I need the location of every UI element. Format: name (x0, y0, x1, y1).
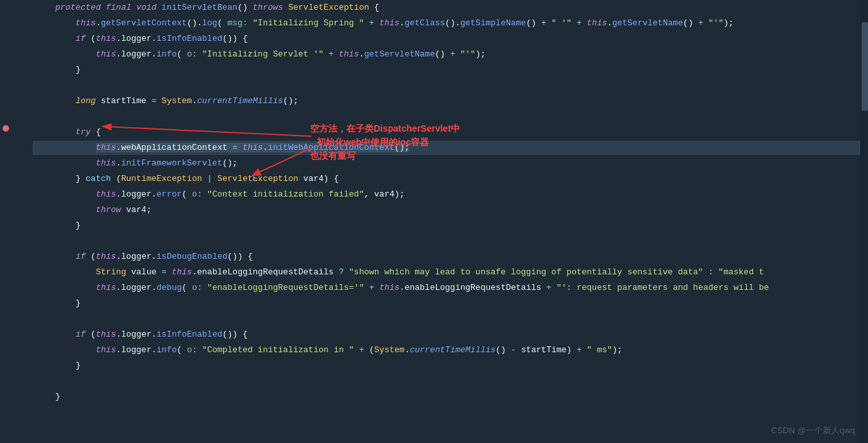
code-line-8 (0, 109, 868, 125)
code-line-7: long startTime = System.currentTimeMilli… (0, 93, 868, 109)
line-content-2: this.getServletContext().log( msg: "Init… (32, 16, 868, 30)
watermark: CSDN @一个新人qwq (771, 425, 856, 437)
scrollbar-thumb[interactable] (862, 22, 868, 111)
scrollbar[interactable] (860, 0, 868, 443)
line-content-24: } (32, 359, 868, 373)
code-line-18: String value = this.enableLoggingRequest… (0, 265, 868, 280)
line-content-5: } (32, 63, 868, 77)
code-line-5: } (0, 62, 868, 78)
line-content-20: } (32, 296, 868, 311)
line-content-6 (32, 78, 868, 93)
line-content-10: this.webApplicationContext = this.initWe… (32, 141, 868, 155)
line-content-9: try { (32, 125, 868, 139)
code-line-4: this.logger.info( o: "Initializing Servl… (0, 47, 868, 62)
code-line-21 (0, 311, 868, 327)
code-line-16 (0, 233, 868, 249)
line-content-19: this.logger.debug( o: "enableLoggingRequ… (32, 281, 868, 295)
line-content-22: if (this.logger.isInfoEnabled()) { (32, 328, 868, 342)
code-line-6 (0, 78, 868, 93)
code-line-17: if (this.logger.isDebugEnabled()) { (0, 249, 868, 265)
code-line-24: } (0, 358, 868, 374)
code-line-19: this.logger.debug( o: "enableLoggingRequ… (0, 280, 868, 296)
code-line-14: throw var4; (0, 202, 868, 218)
line-content-4: this.logger.info( o: "Initializing Servl… (32, 47, 868, 62)
line-content-13: this.logger.error( o: "Context initializ… (32, 187, 868, 202)
line-content-25 (32, 374, 868, 389)
line-content-17: if (this.logger.isDebugEnabled()) { (32, 250, 868, 264)
code-line-11: this.initFrameworkServlet(); (0, 156, 868, 171)
line-content-16 (32, 234, 868, 248)
line-content-7: long startTime = System.currentTimeMilli… (32, 94, 868, 108)
line-content-12: } catch (RuntimeException | ServletExcep… (32, 172, 868, 186)
line-content-1: protected final void initServletBean() t… (32, 1, 868, 15)
code-line-25 (0, 374, 868, 389)
line-content-23: this.logger.info( o: "Completed initiali… (32, 343, 868, 357)
code-line-20: } (0, 296, 868, 311)
code-line-12: } catch (RuntimeException | ServletExcep… (0, 171, 868, 187)
line-content-3: if (this.logger.isInfoEnabled()) { (32, 32, 868, 46)
line-content-21 (32, 312, 868, 326)
line-content-11: this.initFrameworkServlet(); (32, 156, 868, 171)
code-editor: protected final void initServletBean() t… (0, 0, 868, 443)
breakpoint-dot-9 (3, 125, 9, 132)
code-line-22: if (this.logger.isInfoEnabled()) { (0, 327, 868, 342)
line-content-15: } (32, 219, 868, 233)
code-line-1: protected final void initServletBean() t… (0, 0, 868, 16)
line-content-8 (32, 110, 868, 124)
code-line-15: } (0, 218, 868, 233)
breakpoint-area-9[interactable] (0, 125, 12, 132)
code-line-13: this.logger.error( o: "Context initializ… (0, 187, 868, 202)
code-line-26: } (0, 389, 868, 405)
code-lines: protected final void initServletBean() t… (0, 0, 868, 405)
code-line-9: try { (0, 125, 868, 140)
line-content-14: throw var4; (32, 203, 868, 217)
code-line-3: if (this.logger.isInfoEnabled()) { (0, 31, 868, 47)
code-line-23: this.logger.info( o: "Completed initiali… (0, 342, 868, 358)
code-line-2: this.getServletContext().log( msg: "Init… (0, 16, 868, 31)
line-content-26: } (32, 390, 868, 404)
line-content-18: String value = this.enableLoggingRequest… (32, 265, 868, 280)
code-line-10: this.webApplicationContext = this.initWe… (0, 140, 868, 156)
